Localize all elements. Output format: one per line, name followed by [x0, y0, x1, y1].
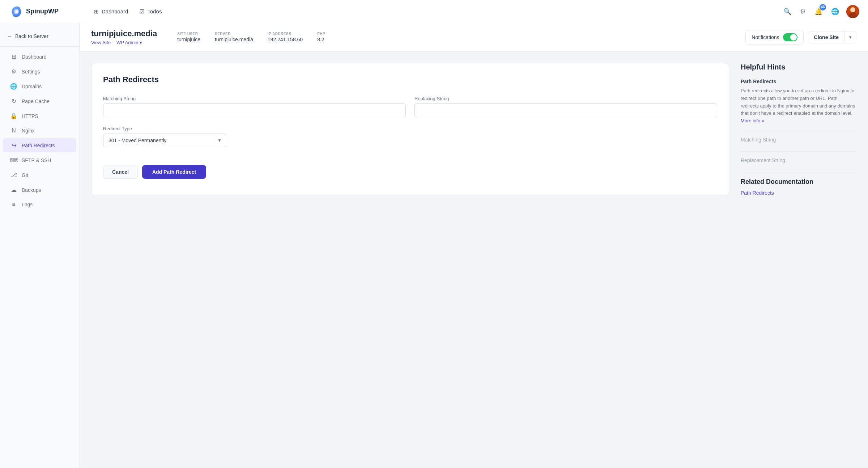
sidebar-item-sftp-ssh[interactable]: ⌨ SFTP & SSH — [3, 153, 76, 167]
form-title: Path Redirects — [103, 75, 717, 84]
hints-title: Helpful Hints — [741, 63, 856, 71]
search-button[interactable]: 🔍 — [782, 6, 793, 17]
sidebar-divider — [0, 46, 79, 47]
avatar[interactable] — [846, 5, 859, 18]
page-body: Path Redirects Matching String Replacing… — [80, 51, 868, 207]
clone-site-group: Clone Site ▾ — [808, 31, 856, 43]
notifications-toggle[interactable]: Notifications — [745, 30, 803, 45]
related-doc-link[interactable]: Path Redirects — [741, 190, 774, 196]
matching-string-group: Matching String — [103, 96, 406, 117]
back-arrow-icon: ← — [7, 33, 12, 39]
hints-divider-2 — [741, 151, 856, 152]
redirect-type-group: Redirect Type 301 - Moved Permanently 30… — [103, 126, 226, 147]
sidebar-item-nginx[interactable]: N Nginx — [3, 124, 76, 138]
toggle-knob — [790, 34, 797, 41]
logo-text: SpinupWP — [26, 8, 59, 15]
clone-site-dropdown[interactable]: ▾ — [844, 31, 856, 43]
notifications-switch[interactable] — [783, 33, 797, 41]
dashboard-icon: ⊞ — [94, 8, 99, 15]
nav-links: ⊞ Dashboard ☑ Todos — [88, 8, 782, 15]
clone-site-button[interactable]: Clone Site — [808, 31, 844, 43]
wp-admin-link[interactable]: WP Admin ▾ — [116, 40, 142, 45]
hints-sidebar: Helpful Hints Path Redirects Path redire… — [741, 63, 856, 196]
git-sidebar-icon: ⎇ — [10, 172, 17, 178]
sidebar-item-backups[interactable]: ☁ Backups — [3, 183, 76, 197]
hints-replacement-string-label: Replacement String — [741, 157, 856, 166]
cancel-button[interactable]: Cancel — [103, 165, 138, 179]
notification-wrapper: 🔔 46 — [813, 6, 824, 17]
sidebar-item-git[interactable]: ⎇ Git — [3, 168, 76, 182]
sidebar-item-path-redirects[interactable]: ↪ Path Redirects — [3, 138, 76, 152]
avatar-image — [846, 5, 859, 18]
replacing-string-group: Replacing String — [414, 96, 717, 117]
svg-point-2 — [850, 7, 855, 12]
sidebar-item-page-cache[interactable]: ↻ Page Cache — [3, 94, 76, 108]
notification-badge: 46 — [820, 4, 826, 10]
settings-sidebar-icon: ⚙ — [10, 68, 17, 75]
form-actions: Cancel Add Path Redirect — [103, 165, 717, 179]
php-meta: PHP 8.2 — [317, 32, 325, 42]
redirect-type-label: Redirect Type — [103, 126, 226, 131]
language-button[interactable]: 🌐 — [830, 6, 841, 17]
hints-description: Path redirects allow you to set up a red… — [741, 87, 856, 125]
domains-sidebar-icon: 🌐 — [10, 83, 17, 90]
redirect-type-wrapper: 301 - Moved Permanently 302 - Found (Tem… — [103, 134, 226, 147]
hints-divider-1 — [741, 131, 856, 131]
form-string-row: Matching String Replacing String — [103, 96, 717, 117]
sidebar-item-dashboard[interactable]: ⊞ Dashboard — [3, 50, 76, 64]
site-actions: Notifications Clone Site ▾ — [745, 30, 856, 45]
site-info: turnipjuice.media View Site WP Admin ▾ — [91, 29, 157, 45]
nav-actions: 🔍 ⚙ 🔔 46 🌐 — [782, 5, 859, 18]
sftp-sidebar-icon: ⌨ — [10, 157, 17, 164]
more-info-link[interactable]: More info » — [741, 118, 764, 123]
nav-dashboard[interactable]: ⊞ Dashboard — [94, 8, 128, 15]
add-path-redirect-button[interactable]: Add Path Redirect — [142, 165, 206, 179]
server-meta: SERVER turnipjuice.media — [215, 32, 253, 42]
logs-sidebar-icon: ≡ — [10, 201, 17, 208]
site-name: turnipjuice.media — [91, 29, 157, 38]
hints-matching-string-label: Matching String — [741, 137, 856, 146]
related-doc-title: Related Documentation — [741, 178, 856, 186]
redirect-type-select[interactable]: 301 - Moved Permanently 302 - Found (Tem… — [103, 134, 226, 147]
svg-point-0 — [15, 10, 18, 13]
logo-area: SpinupWP — [9, 4, 88, 19]
ip-address-meta: IP ADDRESS 192.241.158.60 — [268, 32, 303, 42]
todos-icon: ☑ — [140, 8, 144, 15]
top-navigation: SpinupWP ⊞ Dashboard ☑ Todos 🔍 ⚙ 🔔 46 🌐 — [0, 0, 868, 23]
back-to-server[interactable]: ← Back to Server — [0, 29, 79, 43]
sidebar: ← Back to Server ⊞ Dashboard ⚙ Settings … — [0, 23, 80, 468]
path-redirects-sidebar-icon: ↪ — [10, 142, 17, 149]
site-header: turnipjuice.media View Site WP Admin ▾ S… — [80, 23, 868, 51]
settings-button[interactable]: ⚙ — [799, 6, 807, 17]
matching-string-label: Matching String — [103, 96, 406, 101]
hints-divider-3 — [741, 172, 856, 172]
sidebar-item-https[interactable]: 🔒 HTTPS — [3, 109, 76, 123]
backups-sidebar-icon: ☁ — [10, 186, 17, 193]
sidebar-item-settings[interactable]: ⚙ Settings — [3, 64, 76, 79]
https-sidebar-icon: 🔒 — [10, 113, 17, 119]
site-links: View Site WP Admin ▾ — [91, 40, 157, 45]
dashboard-sidebar-icon: ⊞ — [10, 53, 17, 60]
path-redirects-form-card: Path Redirects Matching String Replacing… — [91, 63, 729, 196]
replacing-string-input[interactable] — [414, 104, 717, 117]
form-divider — [103, 156, 717, 156]
replacing-string-label: Replacing String — [414, 96, 717, 101]
page-cache-sidebar-icon: ↻ — [10, 98, 17, 105]
site-meta: SITE USER turnipjuice SERVER turnipjuice… — [177, 32, 325, 42]
sidebar-item-logs[interactable]: ≡ Logs — [3, 198, 76, 211]
spinupwp-logo-icon — [9, 4, 23, 19]
matching-string-input[interactable] — [103, 104, 406, 117]
hints-section-title: Path Redirects — [741, 79, 856, 84]
sidebar-item-domains[interactable]: 🌐 Domains — [3, 79, 76, 93]
nginx-sidebar-icon: N — [10, 127, 17, 134]
site-user-meta: SITE USER turnipjuice — [177, 32, 200, 42]
nav-todos[interactable]: ☑ Todos — [140, 8, 162, 15]
main-content: turnipjuice.media View Site WP Admin ▾ S… — [80, 23, 868, 468]
view-site-link[interactable]: View Site — [91, 40, 111, 45]
